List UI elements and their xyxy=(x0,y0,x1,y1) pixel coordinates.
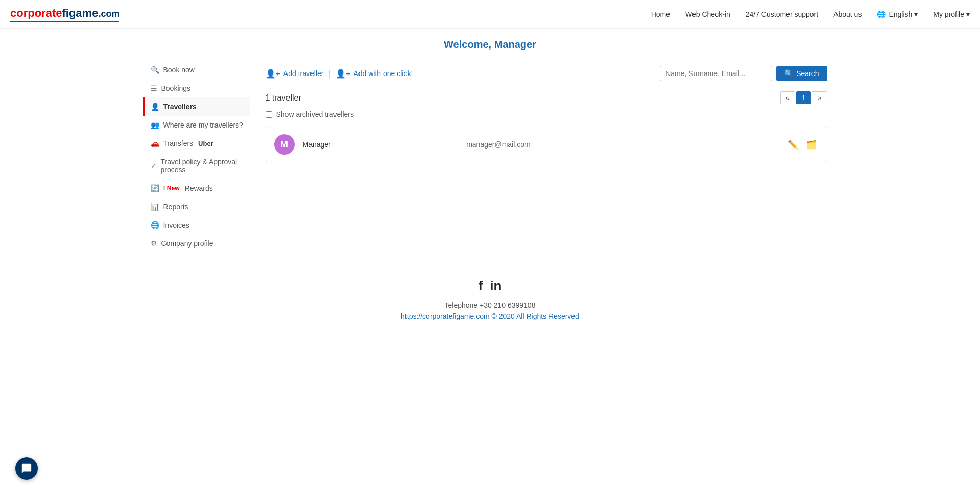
top-navigation: corporatefigame.com Home Web Check-in 24… xyxy=(0,0,980,29)
sidebar-label-transfers: Transfers xyxy=(163,139,194,147)
traveller-email: manager@mail.com xyxy=(466,140,777,148)
traveller-name: Manager xyxy=(303,140,459,148)
sidebar-item-travellers[interactable]: 👤 Travellers xyxy=(143,97,250,116)
footer-telephone: Telephone +30 210 6399108 xyxy=(10,301,970,309)
person-icon: 👤 xyxy=(151,103,159,111)
footer: f in Telephone +30 210 6399108 https://c… xyxy=(0,258,980,336)
language-dropdown[interactable]: 🌐 English ▾ xyxy=(877,10,918,18)
uber-badge: Uber xyxy=(198,140,213,147)
globe-nav-icon: 🌐 xyxy=(151,221,159,229)
sidebar-item-transfers[interactable]: 🚗 Transfers Uber xyxy=(143,134,250,153)
sidebar-label-reports: Reports xyxy=(163,203,188,211)
person-add-icon: 👤+ xyxy=(266,69,280,79)
check-icon: ✓ xyxy=(151,162,157,170)
sidebar-item-new-rewards[interactable]: 🔄 ! New Rewards xyxy=(143,179,250,197)
add-traveller-link[interactable]: Add traveller xyxy=(283,69,324,78)
sidebar-label-bookings: Bookings xyxy=(161,84,191,92)
car-icon: 🚗 xyxy=(151,139,159,147)
pagination-prev[interactable]: « xyxy=(780,91,795,104)
footer-copyright: https://corporatefigame.com © 2020 All R… xyxy=(10,312,970,320)
sidebar-label-travel-policy: Travel policy & Approval process xyxy=(161,158,244,174)
archive-row: Show archived travellers xyxy=(266,110,827,118)
chevron-down-icon-profile: ▾ xyxy=(966,10,970,18)
welcome-text: Welcome, Manager xyxy=(444,39,536,50)
sidebar-label-company-profile: Company profile xyxy=(161,239,213,247)
action-bar-right: 🔍 Search xyxy=(660,66,827,81)
sidebar-item-reports[interactable]: 📊 Reports xyxy=(143,197,250,216)
pagination: « 1 » xyxy=(780,91,827,104)
sidebar-item-book-now[interactable]: 🔍 Book now xyxy=(143,61,250,79)
search-button-label: Search xyxy=(796,69,819,78)
archive-icon[interactable]: 🗂️ xyxy=(804,138,819,152)
footer-social: f in xyxy=(10,278,970,294)
sidebar-label-book-now: Book now xyxy=(163,66,195,74)
avatar: M xyxy=(274,134,295,155)
nav-about-us[interactable]: About us xyxy=(833,10,862,18)
avatar-initial: M xyxy=(280,139,288,150)
footer-link[interactable]: https://corporatefigame.com © 2020 All R… xyxy=(401,312,579,320)
list-icon: ☰ xyxy=(151,84,157,92)
show-archived-label[interactable]: Show archived travellers xyxy=(276,110,354,118)
sidebar-label-travellers: Travellers xyxy=(163,103,197,111)
content-area: 👤+ Add traveller | 👤+ Add with one click… xyxy=(255,61,838,253)
globe-icon: 🌐 xyxy=(877,10,886,18)
welcome-banner: Welcome, Manager xyxy=(0,29,980,56)
sidebar: 🔍 Book now ☰ Bookings 👤 Travellers 👥 Whe… xyxy=(143,61,255,253)
traveller-card: M Manager manager@mail.com ✏️ 🗂️ xyxy=(266,127,827,162)
action-bar: 👤+ Add traveller | 👤+ Add with one click… xyxy=(266,66,827,81)
edit-icon[interactable]: ✏️ xyxy=(786,138,800,152)
chevron-down-icon: ▾ xyxy=(914,10,918,18)
language-label: English xyxy=(889,10,912,18)
gear-icon: ⚙ xyxy=(151,239,157,247)
sidebar-item-bookings[interactable]: ☰ Bookings xyxy=(143,79,250,97)
nav-links: Home Web Check-in 24/7 Customer support … xyxy=(651,10,970,18)
sidebar-label-where-travellers: Where are my travellers? xyxy=(163,121,243,129)
sidebar-item-company-profile[interactable]: ⚙ Company profile xyxy=(143,234,250,253)
search-icon-btn: 🔍 xyxy=(784,69,793,78)
logo-figame: figame xyxy=(62,7,98,19)
chart-icon: 📊 xyxy=(151,203,159,211)
refresh-icon: 🔄 xyxy=(151,184,159,192)
pagination-current[interactable]: 1 xyxy=(796,91,811,104)
sidebar-label-invoices: Invoices xyxy=(163,221,189,229)
separator: | xyxy=(328,69,330,78)
search-icon: 🔍 xyxy=(151,66,159,74)
nav-web-checkin[interactable]: Web Check-in xyxy=(685,10,730,18)
sidebar-label-rewards: Rewards xyxy=(185,184,213,192)
nav-customer-support[interactable]: 24/7 Customer support xyxy=(746,10,818,18)
sidebar-item-where-travellers[interactable]: 👥 Where are my travellers? xyxy=(143,116,250,134)
linkedin-icon[interactable]: in xyxy=(490,278,501,294)
logo-corporate: corporate xyxy=(10,7,62,19)
my-profile-dropdown[interactable]: My profile ▾ xyxy=(933,10,970,18)
sidebar-item-invoices[interactable]: 🌐 Invoices xyxy=(143,216,250,234)
add-one-click-icon: 👤+ xyxy=(336,69,350,79)
facebook-icon[interactable]: f xyxy=(479,278,483,294)
traveller-count: 1 traveller xyxy=(266,93,301,103)
logo[interactable]: corporatefigame.com xyxy=(10,7,119,22)
pagination-next[interactable]: » xyxy=(812,91,827,104)
people-icon: 👥 xyxy=(151,121,159,129)
logo-com: .com xyxy=(98,9,119,19)
search-input[interactable] xyxy=(660,66,772,81)
new-badge: ! New xyxy=(163,185,180,192)
nav-home[interactable]: Home xyxy=(651,10,670,18)
main-layout: 🔍 Book now ☰ Bookings 👤 Travellers 👥 Whe… xyxy=(133,56,848,258)
add-with-one-click-link[interactable]: Add with one click! xyxy=(353,69,413,78)
traveller-count-row: 1 traveller « 1 » xyxy=(266,91,827,104)
action-bar-left: 👤+ Add traveller | 👤+ Add with one click… xyxy=(266,69,413,79)
show-archived-checkbox[interactable] xyxy=(266,111,272,118)
my-profile-label: My profile xyxy=(933,10,964,18)
sidebar-item-travel-policy[interactable]: ✓ Travel policy & Approval process xyxy=(143,153,250,179)
traveller-actions: ✏️ 🗂️ xyxy=(786,138,819,152)
search-button[interactable]: 🔍 Search xyxy=(776,66,827,81)
